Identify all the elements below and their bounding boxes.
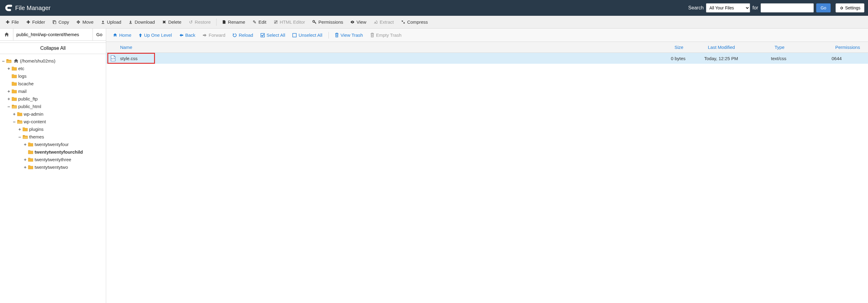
tree-item-etc[interactable]: +etc [1, 65, 105, 72]
column-modified[interactable]: Last Modified [704, 45, 771, 50]
column-type[interactable]: Type [771, 45, 832, 50]
key-icon [312, 20, 317, 24]
tree-item-wp-admin[interactable]: +wp-admin [1, 110, 105, 118]
nav-view-trash-button[interactable]: View Trash [332, 31, 366, 39]
view-button[interactable]: View [347, 18, 369, 26]
folder-tree: − (/home/shu02ms) +etc +logs +lscache +m… [0, 54, 106, 303]
tree-item-public-html[interactable]: −public_html [1, 103, 105, 110]
folder-icon [11, 89, 17, 94]
empty-square-icon [292, 33, 297, 37]
folder-icon [11, 66, 17, 71]
main-toolbar: ✚File ✚Folder Copy ✥Move Upload Download… [0, 16, 868, 29]
rename-button[interactable]: Rename [219, 18, 248, 26]
path-go-button[interactable]: Go [93, 29, 106, 40]
app-logo: File Manager [4, 4, 51, 12]
tree-item-lscache[interactable]: +lscache [1, 80, 105, 87]
tree-item-tt4child[interactable]: +twentytwentyfourchild [1, 148, 105, 156]
nav-back-button[interactable]: Back [176, 31, 198, 39]
restore-button[interactable]: ↺Restore [186, 18, 214, 26]
folder-open-icon [6, 58, 11, 64]
download-button[interactable]: Download [126, 18, 158, 26]
folder-open-icon [17, 119, 23, 125]
nav-up-button[interactable]: Up One Level [135, 31, 175, 39]
nav-home-button[interactable]: Home [110, 31, 134, 39]
edit-button[interactable]: ✎Edit [249, 18, 269, 26]
upload-button[interactable]: Upload [98, 18, 124, 26]
folder-open-icon [23, 134, 28, 140]
tree-item-themes[interactable]: −themes [1, 133, 105, 141]
home-icon [113, 33, 117, 37]
compress-button[interactable]: Compress [398, 18, 431, 26]
html-editor-icon [274, 20, 278, 24]
expand-icon[interactable]: + [18, 127, 22, 132]
search-scope-select[interactable]: All Your Files [706, 3, 750, 12]
column-size[interactable]: Size [671, 45, 704, 50]
header-search: Search All Your Files for Go Settings [688, 3, 864, 12]
tree-root[interactable]: − (/home/shu02ms) [1, 57, 105, 65]
copy-icon [53, 20, 57, 24]
collapse-all-button[interactable]: Collapse All [0, 43, 106, 54]
delete-icon: ✖ [162, 20, 166, 24]
expand-icon[interactable]: + [23, 157, 27, 162]
file-modified: Today, 12:25 PM [704, 56, 771, 61]
path-home-button[interactable] [0, 29, 13, 40]
check-square-icon [260, 33, 265, 37]
table-body: style.css 0 bytes Today, 12:25 PM text/c… [106, 53, 868, 303]
nav-select-all-button[interactable]: Select All [257, 31, 288, 39]
gear-icon [839, 6, 843, 10]
expand-icon[interactable]: + [7, 97, 11, 102]
new-folder-button[interactable]: ✚Folder [23, 18, 48, 26]
nav-empty-trash-button[interactable]: Empty Trash [367, 31, 405, 39]
tree-item-tt4[interactable]: +twentytwentyfour [1, 141, 105, 148]
move-button[interactable]: ✥Move [73, 18, 97, 26]
collapse-icon[interactable]: − [7, 104, 11, 109]
tree-item-logs[interactable]: +logs [1, 72, 105, 80]
app-title: File Manager [15, 4, 51, 11]
collapse-icon[interactable]: − [12, 119, 17, 124]
tree-item-wp-content[interactable]: −wp-content [1, 118, 105, 126]
tree-item-mail[interactable]: +mail [1, 87, 105, 95]
toolbar-separator [216, 19, 217, 26]
settings-button[interactable]: Settings [836, 3, 864, 12]
extract-icon [374, 20, 378, 24]
svg-rect-5 [261, 33, 265, 37]
tree-item-tt3[interactable]: +twentytwentythree [1, 156, 105, 163]
expand-icon[interactable]: + [7, 89, 11, 94]
forward-arrow-icon [203, 33, 207, 37]
table-row[interactable]: style.css 0 bytes Today, 12:25 PM text/c… [106, 53, 868, 64]
column-name[interactable]: Name [106, 45, 671, 50]
column-permissions[interactable]: Permissions [832, 45, 868, 50]
tree-item-public-ftp[interactable]: +public_ftp [1, 95, 105, 103]
tree-item-tt2[interactable]: +twentytwentytwo [1, 163, 105, 171]
path-input[interactable] [13, 29, 93, 40]
collapse-icon[interactable]: − [1, 59, 5, 63]
folder-icon [11, 96, 17, 102]
search-go-button[interactable]: Go [816, 3, 831, 12]
expand-icon[interactable]: + [23, 142, 27, 147]
collapse-icon[interactable]: − [18, 135, 22, 139]
nav-unselect-all-button[interactable]: Unselect All [289, 31, 325, 39]
extract-button[interactable]: Extract [371, 18, 397, 26]
folder-icon [28, 142, 33, 147]
eye-icon [350, 20, 354, 24]
delete-button[interactable]: ✖Delete [159, 18, 184, 26]
new-file-button[interactable]: ✚File [2, 18, 22, 26]
trash-icon [370, 33, 374, 37]
expand-icon[interactable]: + [23, 165, 27, 170]
permissions-button[interactable]: Permissions [309, 18, 346, 26]
tree-item-plugins[interactable]: +plugins [1, 126, 105, 133]
expand-icon[interactable]: + [12, 112, 17, 117]
file-permissions: 0644 [832, 56, 868, 61]
html-editor-button[interactable]: HTML Editor [271, 18, 308, 26]
nav-forward-button[interactable]: Forward [199, 31, 228, 39]
file-type: text/css [771, 56, 832, 61]
nav-reload-button[interactable]: Reload [229, 31, 256, 39]
file-name: style.css [120, 56, 138, 61]
folder-icon [11, 74, 17, 79]
pencil-icon: ✎ [252, 20, 256, 24]
expand-icon[interactable]: + [7, 66, 11, 71]
search-input[interactable] [761, 3, 814, 12]
trash-icon [335, 33, 339, 37]
copy-button[interactable]: Copy [50, 18, 72, 26]
search-label: Search [688, 5, 704, 10]
